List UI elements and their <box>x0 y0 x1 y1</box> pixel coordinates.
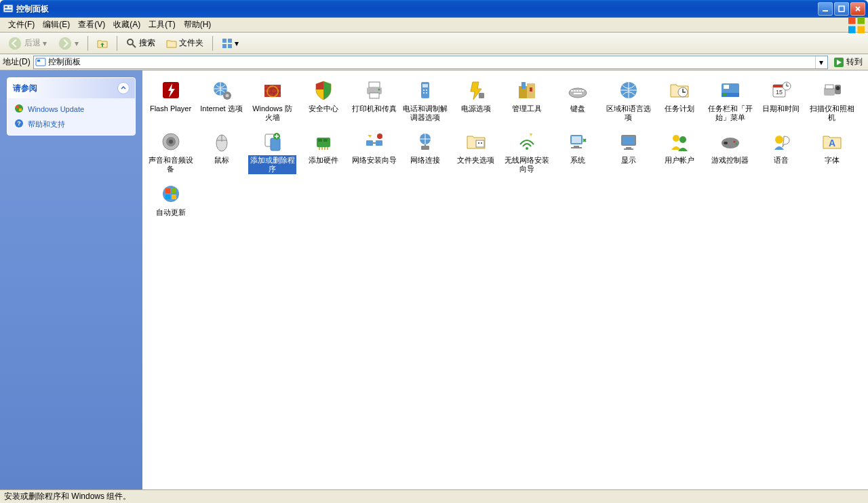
phone-icon <box>414 79 437 102</box>
control-panel-item[interactable]: 显示 <box>603 127 654 179</box>
control-panel-item[interactable]: Flash Player <box>145 76 196 127</box>
item-label: 电源选项 <box>460 104 492 114</box>
svg-point-66 <box>835 86 840 90</box>
control-panel-item[interactable]: 自动更新 <box>145 180 196 223</box>
control-panel-item[interactable]: 鼠标 <box>196 127 247 179</box>
item-label: 网络连接 <box>409 155 441 165</box>
control-panel-item[interactable]: 无线网络安装向导 <box>501 127 552 179</box>
item-label: 游戏控制器 <box>710 155 750 165</box>
svg-point-102 <box>163 186 179 202</box>
item-label: 无线网络安装向导 <box>502 155 551 174</box>
control-panel-item[interactable]: Windows 防火墙 <box>247 76 298 127</box>
folders-button[interactable]: 文件夹 <box>161 35 208 51</box>
control-panel-icon <box>3 3 14 14</box>
svg-rect-58 <box>724 85 729 89</box>
svg-rect-78 <box>376 140 382 146</box>
control-panel-item[interactable]: 扫描仪和照相机 <box>806 76 857 127</box>
menu-help[interactable]: 帮助(H) <box>180 18 216 32</box>
svg-point-34 <box>378 89 380 91</box>
speech-icon <box>770 130 793 153</box>
menu-tools[interactable]: 工具(T) <box>144 18 179 32</box>
svg-rect-88 <box>574 146 579 147</box>
item-label: 键盘 <box>569 104 587 114</box>
control-panel-item[interactable]: 语音 <box>755 127 806 179</box>
forward-button[interactable]: ▾ <box>53 34 83 53</box>
svg-rect-48 <box>574 90 576 92</box>
control-panel-item[interactable]: 安全中心 <box>298 76 349 127</box>
control-panel-item[interactable]: 任务计划 <box>654 76 705 127</box>
menu-view[interactable]: 查看(V) <box>74 18 109 32</box>
users-icon <box>668 130 691 153</box>
control-panel-item[interactable]: 用户帐户 <box>654 127 705 179</box>
item-label: 任务栏和「开始」菜单 <box>706 104 754 122</box>
control-panel-item[interactable]: 游戏控制器 <box>705 127 755 179</box>
scanner-icon <box>821 79 844 102</box>
control-panel-item[interactable]: 网络连接 <box>399 127 450 179</box>
control-panel-item[interactable]: Internet 选项 <box>196 76 247 127</box>
svg-point-39 <box>423 92 425 94</box>
svg-rect-7 <box>858 17 865 24</box>
svg-point-83 <box>478 142 479 144</box>
sidebar-link-help[interactable]: ? 帮助和支持 <box>14 119 128 129</box>
menu-edit[interactable]: 编辑(E) <box>39 18 74 32</box>
go-button[interactable]: 转到 <box>831 56 865 68</box>
minimize-button[interactable] <box>818 2 833 16</box>
control-panel-item[interactable]: 声音和音频设备 <box>145 127 196 179</box>
svg-rect-45 <box>530 87 532 92</box>
svg-rect-82 <box>476 140 484 147</box>
maximize-button[interactable] <box>834 2 849 16</box>
views-button[interactable]: ▾ <box>217 36 243 51</box>
sidebar-link-windows-update[interactable]: Windows Update <box>14 104 128 115</box>
collapse-button[interactable] <box>117 82 130 94</box>
control-panel-item[interactable]: 15日期和时间 <box>755 76 806 127</box>
sidebar-header-label: 请参阅 <box>13 83 37 94</box>
item-label: 声音和音频设备 <box>146 155 195 174</box>
title-bar: 控制面板 <box>0 0 868 18</box>
control-panel-item[interactable]: 键盘 <box>552 76 603 127</box>
svg-rect-106 <box>172 195 176 199</box>
folders-label: 文件夹 <box>179 37 203 49</box>
go-icon <box>833 57 844 68</box>
display-icon <box>617 130 640 153</box>
address-field[interactable]: 控制面板 ▾ <box>33 56 828 69</box>
search-button[interactable]: 搜索 <box>121 35 160 51</box>
control-panel-item[interactable]: 添加或删除程序 <box>247 127 298 179</box>
svg-text:?: ? <box>17 120 21 127</box>
control-panel-item[interactable]: 打印机和传真 <box>349 76 399 127</box>
svg-point-10 <box>9 37 21 49</box>
svg-rect-14 <box>228 39 232 43</box>
svg-point-95 <box>679 136 686 143</box>
back-button[interactable]: 后退 ▾ <box>3 34 52 53</box>
control-panel-item[interactable]: 文件夹选项 <box>450 127 501 179</box>
address-bar: 地址(D) 控制面板 ▾ 转到 <box>0 54 868 71</box>
window-title: 控制面板 <box>16 3 818 15</box>
sidebar-header[interactable]: 请参阅 <box>7 78 135 98</box>
control-panel-item[interactable]: 添加硬件 <box>298 127 349 179</box>
admin-icon <box>515 79 538 102</box>
control-panel-item[interactable]: A字体 <box>806 127 857 179</box>
control-panel-item[interactable]: 管理工具 <box>501 76 552 127</box>
go-label: 转到 <box>846 56 863 68</box>
item-label: 系统 <box>569 155 587 165</box>
control-panel-item[interactable]: 电话和调制解调器选项 <box>399 76 450 127</box>
address-dropdown[interactable]: ▾ <box>815 56 826 68</box>
sound-icon <box>159 130 182 153</box>
control-panel-item[interactable]: 任务栏和「开始」菜单 <box>705 76 755 127</box>
close-button[interactable] <box>850 2 865 16</box>
svg-point-98 <box>733 141 735 143</box>
item-label: 区域和语言选项 <box>604 104 652 122</box>
control-panel-item[interactable]: 网络安装向导 <box>349 127 399 179</box>
menu-file[interactable]: 文件(F) <box>4 18 39 32</box>
item-label: 扫描仪和照相机 <box>808 104 856 122</box>
control-panel-item[interactable]: 区域和语言选项 <box>603 76 654 127</box>
menu-favorites[interactable]: 收藏(A) <box>109 18 144 32</box>
svg-rect-5 <box>839 6 844 12</box>
svg-rect-104 <box>172 188 176 193</box>
taskbar-icon <box>719 79 742 102</box>
svg-rect-92 <box>626 147 631 148</box>
svg-point-85 <box>526 147 528 150</box>
svg-rect-21 <box>16 106 19 108</box>
control-panel-item[interactable]: 系统 <box>552 127 603 179</box>
control-panel-item[interactable]: 电源选项 <box>450 76 501 127</box>
up-button[interactable] <box>92 36 113 51</box>
